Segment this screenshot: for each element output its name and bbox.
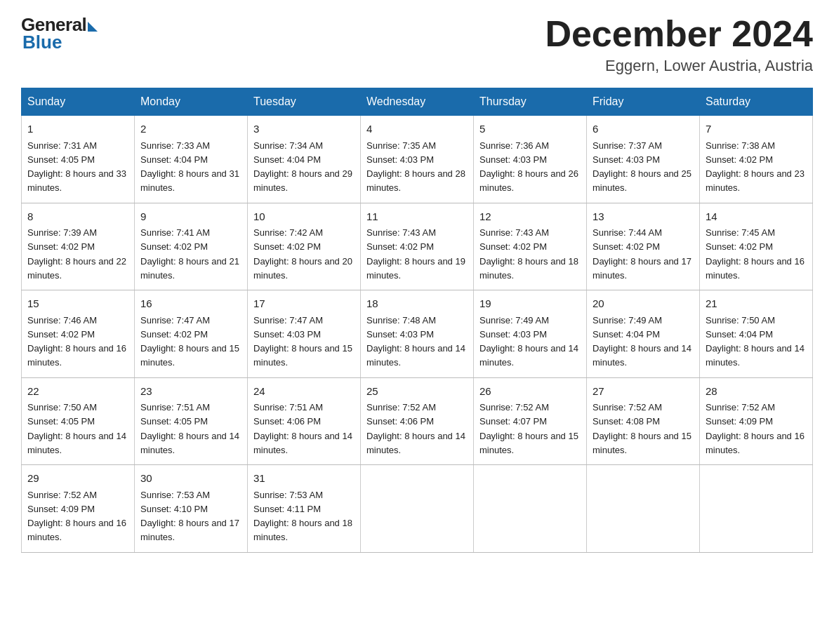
day-number: 6 (593, 121, 694, 137)
day-number: 19 (479, 296, 581, 312)
day-number: 5 (479, 121, 581, 137)
calendar-cell: 4 Sunrise: 7:35 AMSunset: 4:03 PMDayligh… (361, 116, 474, 203)
day-info: Sunrise: 7:33 AMSunset: 4:04 PMDaylight:… (140, 140, 239, 194)
day-info: Sunrise: 7:45 AMSunset: 4:02 PMDaylight:… (706, 227, 805, 281)
day-info: Sunrise: 7:53 AMSunset: 4:10 PMDaylight:… (140, 490, 239, 543)
calendar-cell: 6 Sunrise: 7:37 AMSunset: 4:03 PMDayligh… (587, 116, 700, 203)
day-number: 25 (366, 384, 468, 400)
calendar-cell: 27 Sunrise: 7:52 AMSunset: 4:08 PMDaylig… (587, 377, 700, 465)
calendar-body: 1 Sunrise: 7:31 AMSunset: 4:05 PMDayligh… (22, 116, 813, 553)
day-info: Sunrise: 7:47 AMSunset: 4:03 PMDaylight:… (253, 315, 352, 368)
day-number: 23 (140, 384, 241, 400)
day-number: 3 (253, 121, 355, 137)
calendar-cell: 2 Sunrise: 7:33 AMSunset: 4:04 PMDayligh… (135, 116, 248, 203)
day-number: 4 (366, 121, 468, 137)
calendar-cell: 15 Sunrise: 7:46 AMSunset: 4:02 PMDaylig… (22, 290, 135, 378)
day-number: 11 (366, 209, 468, 225)
calendar-cell: 26 Sunrise: 7:52 AMSunset: 4:07 PMDaylig… (474, 377, 587, 465)
title-area: December 2024 Eggern, Lower Austria, Aus… (545, 14, 813, 75)
day-info: Sunrise: 7:37 AMSunset: 4:03 PMDaylight:… (593, 140, 691, 194)
calendar-week-row: 22 Sunrise: 7:50 AMSunset: 4:05 PMDaylig… (22, 377, 813, 465)
day-number: 20 (593, 296, 694, 312)
calendar-cell: 25 Sunrise: 7:52 AMSunset: 4:06 PMDaylig… (361, 377, 474, 465)
calendar-cell: 17 Sunrise: 7:47 AMSunset: 4:03 PMDaylig… (248, 290, 361, 378)
calendar-week-row: 15 Sunrise: 7:46 AMSunset: 4:02 PMDaylig… (22, 290, 813, 378)
day-info: Sunrise: 7:51 AMSunset: 4:06 PMDaylight:… (253, 402, 352, 455)
header-wednesday: Wednesday (361, 88, 474, 116)
day-info: Sunrise: 7:41 AMSunset: 4:02 PMDaylight:… (140, 227, 239, 281)
day-info: Sunrise: 7:50 AMSunset: 4:05 PMDaylight:… (27, 402, 126, 455)
weekday-header-row: Sunday Monday Tuesday Wednesday Thursday… (22, 88, 813, 116)
logo-arrow-icon (88, 22, 98, 32)
day-info: Sunrise: 7:44 AMSunset: 4:02 PMDaylight:… (593, 227, 691, 281)
day-info: Sunrise: 7:52 AMSunset: 4:07 PMDaylight:… (479, 402, 578, 455)
calendar-header: Sunday Monday Tuesday Wednesday Thursday… (22, 88, 813, 116)
calendar-cell: 10 Sunrise: 7:42 AMSunset: 4:02 PMDaylig… (248, 203, 361, 290)
day-number: 27 (593, 384, 694, 400)
day-info: Sunrise: 7:52 AMSunset: 4:06 PMDaylight:… (366, 402, 465, 455)
calendar-cell: 22 Sunrise: 7:50 AMSunset: 4:05 PMDaylig… (22, 377, 135, 465)
header-friday: Friday (587, 88, 700, 116)
day-number: 10 (253, 209, 355, 225)
calendar-cell: 13 Sunrise: 7:44 AMSunset: 4:02 PMDaylig… (587, 203, 700, 290)
day-number: 22 (27, 384, 128, 400)
day-number: 16 (140, 296, 241, 312)
header-sunday: Sunday (22, 88, 135, 116)
day-number: 21 (706, 296, 807, 312)
day-info: Sunrise: 7:43 AMSunset: 4:02 PMDaylight:… (366, 227, 465, 281)
page-header: General Blue December 2024 Eggern, Lower… (21, 14, 813, 75)
header-saturday: Saturday (700, 88, 813, 116)
calendar-cell: 12 Sunrise: 7:43 AMSunset: 4:02 PMDaylig… (474, 203, 587, 290)
header-tuesday: Tuesday (248, 88, 361, 116)
calendar-cell: 31 Sunrise: 7:53 AMSunset: 4:11 PMDaylig… (248, 465, 361, 553)
day-info: Sunrise: 7:35 AMSunset: 4:03 PMDaylight:… (366, 140, 465, 194)
calendar-week-row: 1 Sunrise: 7:31 AMSunset: 4:05 PMDayligh… (22, 116, 813, 203)
day-number: 9 (140, 209, 241, 225)
day-number: 28 (706, 384, 807, 400)
day-info: Sunrise: 7:34 AMSunset: 4:04 PMDaylight:… (253, 140, 352, 194)
location-title: Eggern, Lower Austria, Austria (545, 57, 813, 75)
day-info: Sunrise: 7:52 AMSunset: 4:08 PMDaylight:… (593, 402, 691, 455)
calendar-cell: 28 Sunrise: 7:52 AMSunset: 4:09 PMDaylig… (700, 377, 813, 465)
day-info: Sunrise: 7:49 AMSunset: 4:04 PMDaylight:… (593, 315, 691, 368)
calendar-cell (587, 465, 700, 553)
header-thursday: Thursday (474, 88, 587, 116)
day-number: 30 (140, 471, 241, 487)
day-number: 18 (366, 296, 468, 312)
calendar-cell: 19 Sunrise: 7:49 AMSunset: 4:03 PMDaylig… (474, 290, 587, 378)
day-info: Sunrise: 7:48 AMSunset: 4:03 PMDaylight:… (366, 315, 465, 368)
calendar-cell: 20 Sunrise: 7:49 AMSunset: 4:04 PMDaylig… (587, 290, 700, 378)
day-info: Sunrise: 7:52 AMSunset: 4:09 PMDaylight:… (706, 402, 805, 455)
day-info: Sunrise: 7:43 AMSunset: 4:02 PMDaylight:… (479, 227, 578, 281)
logo-blue-text: Blue (22, 32, 62, 53)
day-number: 17 (253, 296, 355, 312)
calendar-cell: 30 Sunrise: 7:53 AMSunset: 4:10 PMDaylig… (135, 465, 248, 553)
day-info: Sunrise: 7:51 AMSunset: 4:05 PMDaylight:… (140, 402, 239, 455)
calendar-cell: 29 Sunrise: 7:52 AMSunset: 4:09 PMDaylig… (22, 465, 135, 553)
calendar-table: Sunday Monday Tuesday Wednesday Thursday… (21, 88, 813, 553)
month-title: December 2024 (545, 14, 813, 54)
day-number: 1 (27, 121, 128, 137)
calendar-cell: 14 Sunrise: 7:45 AMSunset: 4:02 PMDaylig… (700, 203, 813, 290)
calendar-cell: 3 Sunrise: 7:34 AMSunset: 4:04 PMDayligh… (248, 116, 361, 203)
day-number: 31 (253, 471, 355, 487)
calendar-cell: 21 Sunrise: 7:50 AMSunset: 4:04 PMDaylig… (700, 290, 813, 378)
day-info: Sunrise: 7:36 AMSunset: 4:03 PMDaylight:… (479, 140, 578, 194)
calendar-cell (361, 465, 474, 553)
day-info: Sunrise: 7:46 AMSunset: 4:02 PMDaylight:… (27, 315, 126, 368)
calendar-cell: 16 Sunrise: 7:47 AMSunset: 4:02 PMDaylig… (135, 290, 248, 378)
logo: General Blue (21, 14, 98, 53)
calendar-cell: 24 Sunrise: 7:51 AMSunset: 4:06 PMDaylig… (248, 377, 361, 465)
day-info: Sunrise: 7:52 AMSunset: 4:09 PMDaylight:… (27, 490, 126, 543)
day-number: 12 (479, 209, 581, 225)
day-info: Sunrise: 7:49 AMSunset: 4:03 PMDaylight:… (479, 315, 578, 368)
day-info: Sunrise: 7:53 AMSunset: 4:11 PMDaylight:… (253, 490, 352, 543)
calendar-cell: 1 Sunrise: 7:31 AMSunset: 4:05 PMDayligh… (22, 116, 135, 203)
calendar-cell (700, 465, 813, 553)
calendar-cell: 5 Sunrise: 7:36 AMSunset: 4:03 PMDayligh… (474, 116, 587, 203)
day-number: 26 (479, 384, 581, 400)
calendar-cell: 18 Sunrise: 7:48 AMSunset: 4:03 PMDaylig… (361, 290, 474, 378)
calendar-cell: 9 Sunrise: 7:41 AMSunset: 4:02 PMDayligh… (135, 203, 248, 290)
calendar-week-row: 29 Sunrise: 7:52 AMSunset: 4:09 PMDaylig… (22, 465, 813, 553)
calendar-cell (474, 465, 587, 553)
